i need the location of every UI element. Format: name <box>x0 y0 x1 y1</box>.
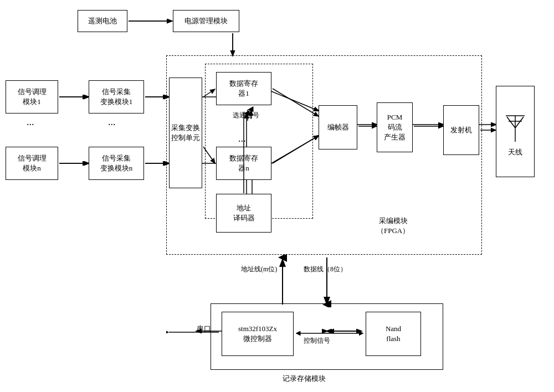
signal-collect-n-box: 信号采集变换模块n <box>89 147 144 180</box>
signal-cond-1-label: 信号调理模块1 <box>18 87 47 107</box>
remote-battery-box: 遥测电池 <box>78 10 127 32</box>
addr-decoder-box: 地址译码器 <box>216 194 271 233</box>
data-reg-n-label: 数据寄存器n <box>229 153 258 173</box>
addr-decoder-label: 地址译码器 <box>233 203 255 223</box>
collect-ctrl-box: 采集变换控制单元 <box>169 78 202 188</box>
signal-cond-n-box: 信号调理模块n <box>6 147 58 180</box>
nand-flash-label: Nandflash <box>386 324 401 344</box>
record-module-label: 记录存储模块 <box>283 374 326 384</box>
collect-ctrl-label: 采集变换控制单元 <box>170 123 202 143</box>
antenna-icon <box>504 106 526 145</box>
data-reg-1-box: 数据寄存器1 <box>216 72 271 105</box>
data-reg-1-label: 数据寄存器1 <box>229 79 258 99</box>
svg-line-24 <box>507 117 515 128</box>
transmitter-label: 发射机 <box>450 125 472 135</box>
addr-bus-arrow <box>276 255 289 307</box>
signal-cond-n-label: 信号调理模块n <box>18 153 47 173</box>
power-mgmt-label: 电源管理模块 <box>184 16 228 26</box>
signal-cond-1-box: 信号调理模块1 <box>6 80 58 114</box>
data-reg-n-box: 数据寄存器n <box>216 147 271 180</box>
signal-collect-1-label: 信号采集变换模块1 <box>100 87 133 107</box>
dots-1: ··· <box>27 119 34 131</box>
data-bus-arrow <box>320 255 334 307</box>
svg-line-25 <box>515 117 524 128</box>
encoder-box: 编帧器 <box>319 105 357 149</box>
signal-collect-1-box: 信号采集变换模块1 <box>89 80 144 114</box>
power-mgmt-box: 电源管理模块 <box>173 10 239 32</box>
serial-arrow <box>166 327 222 338</box>
stm32-box: stm32f103Zx微控制器 <box>222 312 294 356</box>
mux-signal-label: 选通信号 <box>233 111 259 120</box>
dots-2: ··· <box>108 119 116 131</box>
remote-battery-label: 遥测电池 <box>88 16 117 26</box>
pcm-gen-label: PCM码流产生器 <box>384 112 406 143</box>
dots-reg: ··· <box>238 136 246 147</box>
signal-collect-n-label: 信号采集变换模块n <box>100 153 133 173</box>
ctrl-signal-arrow <box>294 327 366 343</box>
encoder-label: 编帧器 <box>327 122 349 132</box>
fpga-label: 采编模块（FPGA） <box>377 216 409 236</box>
addr-bus-label: 地址线(m位) <box>241 265 277 274</box>
antenna-box: 天线 <box>496 86 535 177</box>
diagram: 遥测电池 电源管理模块 信号调理模块1 信号采集变换模块1 ··· ··· 信号… <box>0 0 554 392</box>
stm32-label: stm32f103Zx微控制器 <box>238 324 277 344</box>
pcm-gen-box: PCM码流产生器 <box>377 102 413 152</box>
transmitter-box: 发射机 <box>443 105 479 155</box>
antenna-label: 天线 <box>508 147 522 157</box>
nand-flash-box: Nandflash <box>366 312 421 356</box>
